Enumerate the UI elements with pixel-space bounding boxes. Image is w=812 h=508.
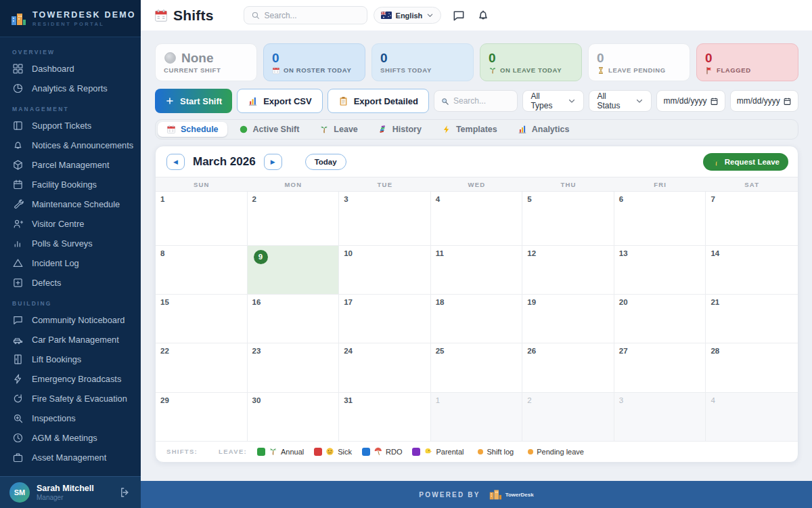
- day-number: 24: [344, 347, 353, 355]
- logout-icon[interactable]: [119, 486, 131, 499]
- sidebar-item-incident-log[interactable]: Incident Log: [0, 253, 141, 273]
- sidebar-item-support-tickets[interactable]: Support Tickets: [0, 116, 141, 135]
- legend-dot: [528, 449, 533, 454]
- notifications-bell-icon[interactable]: [476, 9, 490, 22]
- sidebar-item-notices-announcements[interactable]: Notices & Announcements: [0, 135, 141, 155]
- calendar-legend: SHIFTS:LEAVE:AnnualSickRDOParentalShift …: [156, 442, 798, 462]
- shift-search[interactable]: [434, 90, 518, 112]
- day-header-sat: SAT: [706, 177, 798, 191]
- calendar-day-cell[interactable]: 19: [522, 295, 614, 343]
- day-number: 22: [160, 347, 170, 355]
- calendar-day-cell[interactable]: 24: [339, 343, 431, 392]
- shift-search-input[interactable]: [453, 96, 511, 106]
- calendar-grid: 1234567891011121314151617181920212223242…: [156, 192, 798, 442]
- start-shift-button[interactable]: Start Shift: [155, 89, 232, 113]
- today-button[interactable]: Today: [305, 154, 346, 170]
- tab-history[interactable]: History: [369, 122, 430, 137]
- date-to-input[interactable]: mm/dd/yyyy: [730, 90, 798, 112]
- sidebar-item-car-park-management[interactable]: Car Park Management: [0, 330, 141, 350]
- calendar-day-cell[interactable]: 26: [522, 343, 614, 392]
- sidebar-item-asset-management[interactable]: Asset Management: [0, 448, 141, 467]
- calendar-day-cell[interactable]: 18: [431, 295, 523, 343]
- type-filter-select[interactable]: All Types: [522, 90, 584, 112]
- calendar-day-cell[interactable]: 8: [156, 246, 248, 295]
- tab-active-shift[interactable]: Active Shift: [230, 122, 309, 137]
- calendar-day-cell[interactable]: 30: [248, 393, 340, 442]
- sidebar-item-maintenance-schedule[interactable]: Maintenance Schedule: [0, 194, 141, 214]
- global-search-input[interactable]: [265, 11, 360, 20]
- calendar-day-cell[interactable]: 4: [706, 393, 798, 442]
- calendar-day-cell[interactable]: 17: [339, 295, 431, 343]
- calendar-day-cell[interactable]: 14: [706, 246, 798, 295]
- legend-shifts-label: SHIFTS:: [166, 448, 198, 455]
- stat-value: 0: [705, 51, 790, 64]
- request-leave-button[interactable]: Request Leave: [703, 153, 788, 171]
- calendar-day-cell[interactable]: 7: [706, 192, 798, 246]
- status-filter-select[interactable]: All Status: [589, 90, 652, 112]
- calendar-day-cell[interactable]: 31: [339, 393, 431, 442]
- calendar-day-cell[interactable]: 9: [248, 246, 340, 295]
- tab-leave[interactable]: Leave: [311, 122, 366, 137]
- calendar-day-cell[interactable]: 21: [706, 295, 798, 343]
- brand-logo-area[interactable]: TOWERDESK DEMO RESIDENT PORTAL: [0, 0, 141, 37]
- calendar-day-cell[interactable]: 1: [431, 393, 523, 442]
- calendar-day-cell[interactable]: 23: [248, 343, 340, 392]
- sidebar-item-visitor-centre[interactable]: Visitor Centre: [0, 214, 141, 234]
- calendar-day-cell[interactable]: 2: [522, 393, 614, 442]
- stat-value: 0: [489, 51, 573, 64]
- tab-schedule[interactable]: Schedule: [158, 122, 227, 137]
- sidebar-item-fire-safety-evacuation[interactable]: Fire Safety & Evacuation: [0, 389, 141, 408]
- calendar-day-cell[interactable]: 10: [339, 246, 431, 295]
- stat-value: None: [164, 51, 248, 64]
- sidebar-item-emergency-broadcasts[interactable]: Emergency Broadcasts: [0, 369, 141, 389]
- calendar-day-cell[interactable]: 13: [614, 246, 706, 295]
- export-csv-button[interactable]: Export CSV: [237, 89, 323, 113]
- next-month-button[interactable]: ▶: [264, 154, 282, 170]
- sidebar-item-inspections[interactable]: Inspections: [0, 408, 141, 428]
- chat-icon[interactable]: [452, 9, 466, 22]
- calendar-day-cell[interactable]: 20: [614, 295, 706, 343]
- tab-analytics[interactable]: Analytics: [509, 122, 579, 137]
- sidebar-item-lift-bookings[interactable]: Lift Bookings: [0, 350, 141, 369]
- calendar-day-cell[interactable]: 22: [156, 343, 248, 392]
- calendar-day-cell[interactable]: 12: [522, 246, 614, 295]
- calendar-day-cell[interactable]: 5: [522, 192, 614, 246]
- calendar-day-cell[interactable]: 11: [431, 246, 523, 295]
- wrench-icon: [12, 198, 24, 210]
- stat-value: 0: [597, 51, 681, 64]
- calendar-day-cell[interactable]: 3: [339, 192, 431, 246]
- calendar-day-cell[interactable]: 6: [614, 192, 706, 246]
- export-detailed-button[interactable]: Export Detailed: [328, 89, 429, 113]
- sidebar-item-facility-bookings[interactable]: Facility Bookings: [0, 175, 141, 194]
- palm-icon: [319, 125, 329, 134]
- calendar-day-cell[interactable]: 15: [156, 295, 248, 343]
- sidebar-item-dashboard[interactable]: Dashboard: [0, 59, 141, 79]
- sidebar-item-polls-surveys[interactable]: Polls & Surveys: [0, 234, 141, 253]
- stat-card-on-roster-today: 0ON ROSTER TODAY: [263, 43, 365, 81]
- sidebar-item-community-noticeboard[interactable]: Community Noticeboard: [0, 310, 141, 330]
- calendar-day-cell[interactable]: 28: [706, 343, 798, 392]
- tab-templates[interactable]: Templates: [433, 122, 506, 137]
- calendar-day-cell[interactable]: 3: [614, 393, 706, 442]
- sidebar-item-analytics-reports[interactable]: Analytics & Reports: [0, 79, 141, 98]
- sidebar-item-parcel-management[interactable]: Parcel Management: [0, 155, 141, 175]
- sidebar-item-agm-meetings[interactable]: AGM & Meetings: [0, 428, 141, 448]
- sidebar-item-defects[interactable]: Defects: [0, 273, 141, 293]
- calendar-day-cell[interactable]: 16: [248, 295, 340, 343]
- language-selector[interactable]: English: [374, 7, 442, 24]
- calendar-day-cell[interactable]: 27: [614, 343, 706, 392]
- day-number: 2: [252, 195, 262, 203]
- day-number: 4: [710, 396, 720, 404]
- calendar-day-cell[interactable]: 1: [156, 192, 248, 246]
- calendar-day-cell[interactable]: 29: [156, 393, 248, 442]
- calendar-day-cell[interactable]: 4: [431, 192, 523, 246]
- avatar[interactable]: SM: [9, 482, 30, 503]
- prev-month-button[interactable]: ◀: [166, 154, 185, 170]
- towerdesk-logo-icon: [9, 12, 27, 26]
- calendar-day-cell[interactable]: 25: [431, 343, 523, 392]
- date-from-input[interactable]: mm/dd/yyyy: [656, 90, 725, 112]
- pie-chart-icon: [12, 83, 24, 94]
- user-plus-icon: [12, 218, 24, 230]
- calendar-day-cell[interactable]: 2: [248, 192, 340, 246]
- global-search[interactable]: [244, 6, 367, 24]
